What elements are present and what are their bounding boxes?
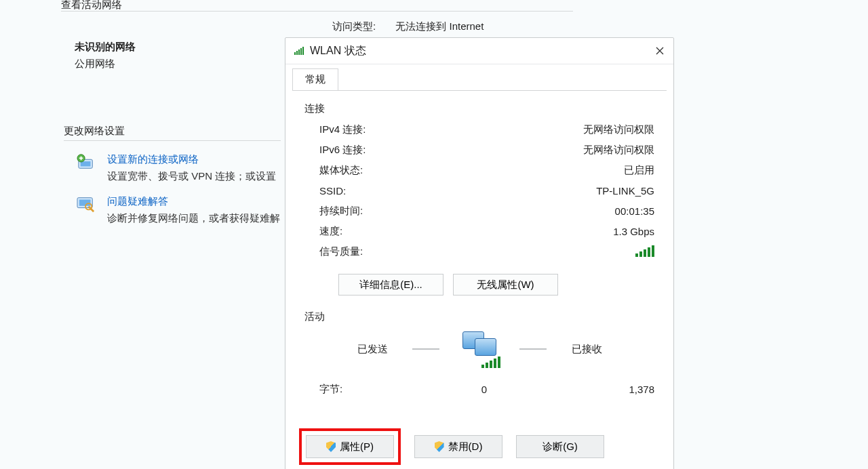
svg-rect-8: [298, 49, 300, 55]
bytes-label: 字节:: [319, 383, 421, 396]
ssid-value: TP-LINK_5G: [435, 185, 654, 197]
ipv6-label: IPv6 连接:: [319, 144, 435, 157]
sent-label: 已发送: [349, 343, 396, 356]
signal-quality-label: 信号质量:: [319, 245, 435, 258]
wlan-icon: [294, 45, 304, 56]
duration-value: 00:01:35: [435, 205, 654, 217]
svg-rect-6: [294, 52, 296, 55]
details-button[interactable]: 详细信息(E)...: [338, 274, 443, 295]
access-type-value: 无法连接到 Internet: [395, 20, 484, 33]
access-type-label: 访问类型:: [332, 20, 376, 33]
activity-graphic-row: 已发送 已接收: [304, 330, 654, 368]
dialog-titlebar: WLAN 状态: [285, 38, 673, 64]
dash-right: [519, 348, 547, 350]
wlan-status-dialog: WLAN 状态 常规 连接 IPv4 连接: 无网络访问权限 IPv6 连接: …: [285, 37, 674, 469]
highlight-box: 属性(P): [299, 428, 401, 465]
network-monitors-icon: [456, 330, 503, 368]
task-diag-desc: 诊断并修复网络问题，或者获得疑难解: [107, 212, 280, 225]
properties-button[interactable]: 属性(P): [306, 435, 394, 458]
bytes-recv: 1,378: [589, 384, 654, 395]
signal-quality-value: [435, 245, 654, 259]
task-setup-link[interactable]: 设置新的连接或网络: [107, 153, 199, 165]
troubleshoot-icon: [76, 195, 99, 216]
task-setup-desc: 设置宽带、拨号或 VPN 连接；或设置: [107, 170, 276, 183]
close-button[interactable]: [646, 38, 673, 64]
tab-divider: [292, 90, 667, 91]
mini-signal-icon: [481, 356, 500, 368]
divider: [61, 11, 573, 12]
ssid-label: SSID:: [319, 185, 435, 197]
properties-button-label: 属性(P): [340, 441, 374, 453]
diagnose-button-label: 诊断(G): [542, 441, 578, 453]
section-connection: 连接: [304, 102, 654, 115]
recv-label: 已接收: [563, 343, 610, 356]
shield-icon: [326, 441, 336, 452]
media-state-label: 媒体状态:: [319, 164, 435, 177]
dash-left: [412, 348, 439, 350]
svg-rect-4: [79, 200, 91, 206]
media-state-value: 已启用: [435, 164, 654, 177]
bytes-row: 字节: 0 1,378: [319, 383, 654, 396]
dialog-bottom-buttons: 属性(P) 禁用(D) 诊断(G): [299, 428, 604, 465]
bytes-sent: 0: [421, 384, 487, 395]
tab-row: 常规: [285, 64, 673, 91]
change-settings-header: 更改网络设置: [64, 125, 281, 141]
disable-button[interactable]: 禁用(D): [414, 435, 502, 458]
section-activity: 活动: [304, 310, 654, 323]
setup-connection-icon: [76, 153, 99, 174]
wireless-properties-button[interactable]: 无线属性(W): [453, 274, 558, 295]
dialog-title: WLAN 状态: [310, 44, 646, 58]
view-active-network-header: 查看活动网络: [61, 0, 122, 12]
svg-rect-10: [302, 47, 304, 55]
shield-icon: [435, 441, 444, 452]
ipv4-value: 无网络访问权限: [435, 123, 654, 136]
ipv6-value: 无网络访问权限: [435, 144, 654, 157]
disable-button-label: 禁用(D): [448, 441, 483, 453]
speed-label: 速度:: [319, 225, 435, 238]
svg-rect-7: [296, 51, 298, 55]
ipv4-label: IPv4 连接:: [319, 123, 435, 136]
duration-label: 持续时间:: [319, 205, 435, 218]
tab-general[interactable]: 常规: [292, 68, 338, 91]
access-line: 访问类型: 无法连接到 Internet: [332, 20, 484, 33]
signal-bars-icon: [635, 245, 654, 257]
diagnose-button[interactable]: 诊断(G): [516, 435, 604, 458]
speed-value: 1.3 Gbps: [435, 226, 654, 237]
task-diag-link[interactable]: 问题疑难解答: [107, 195, 168, 207]
svg-rect-9: [300, 48, 302, 55]
